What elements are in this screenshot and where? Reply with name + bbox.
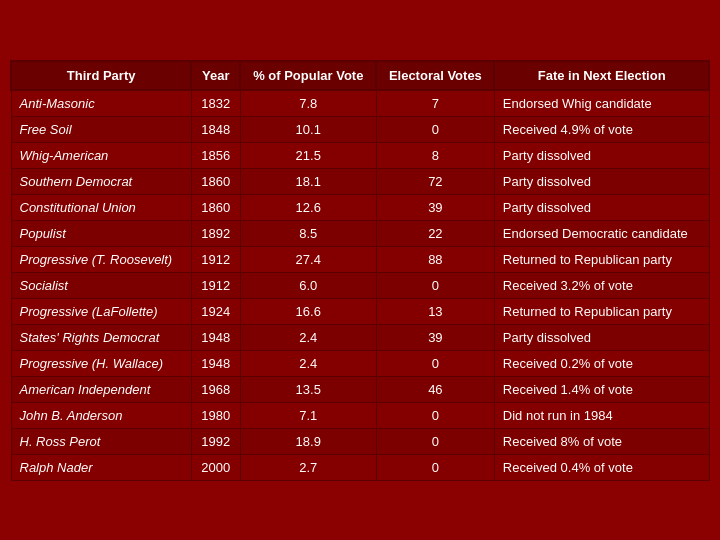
- table-row: H. Ross Perot199218.90Received 8% of vot…: [11, 428, 709, 454]
- table-row: Progressive (H. Wallace)19482.40Received…: [11, 350, 709, 376]
- table-wrapper: Third Party Year % of Popular Vote Elect…: [0, 50, 720, 491]
- electoral-votes-cell: 0: [376, 402, 494, 428]
- year-cell: 2000: [191, 454, 240, 480]
- year-cell: 1980: [191, 402, 240, 428]
- col-header-fate: Fate in Next Election: [494, 61, 709, 90]
- popular-vote-cell: 18.9: [240, 428, 376, 454]
- table-row: Constitutional Union186012.639Party diss…: [11, 194, 709, 220]
- popular-vote-cell: 7.1: [240, 402, 376, 428]
- party-name-cell: Socialist: [11, 272, 191, 298]
- year-cell: 1912: [191, 272, 240, 298]
- electoral-votes-cell: 46: [376, 376, 494, 402]
- year-cell: 1832: [191, 90, 240, 117]
- party-name-cell: John B. Anderson: [11, 402, 191, 428]
- table-row: Progressive (T. Roosevelt)191227.488Retu…: [11, 246, 709, 272]
- col-header-popular-vote: % of Popular Vote: [240, 61, 376, 90]
- electoral-votes-cell: 8: [376, 142, 494, 168]
- party-name-cell: American Independent: [11, 376, 191, 402]
- electoral-votes-cell: 0: [376, 350, 494, 376]
- party-name-cell: Whig-American: [11, 142, 191, 168]
- electoral-votes-cell: 7: [376, 90, 494, 117]
- party-name-cell: Constitutional Union: [11, 194, 191, 220]
- electoral-votes-cell: 88: [376, 246, 494, 272]
- electoral-votes-cell: 0: [376, 428, 494, 454]
- table-row: Populist18928.522Endorsed Democratic can…: [11, 220, 709, 246]
- year-cell: 1912: [191, 246, 240, 272]
- table-row: John B. Anderson19807.10Did not run in 1…: [11, 402, 709, 428]
- table-row: Socialist19126.00Received 3.2% of vote: [11, 272, 709, 298]
- fate-cell: Received 8% of vote: [494, 428, 709, 454]
- fate-cell: Did not run in 1984: [494, 402, 709, 428]
- popular-vote-cell: 13.5: [240, 376, 376, 402]
- electoral-votes-cell: 39: [376, 324, 494, 350]
- party-name-cell: Progressive (T. Roosevelt): [11, 246, 191, 272]
- table-row: States' Rights Democrat19482.439Party di…: [11, 324, 709, 350]
- fate-cell: Received 0.4% of vote: [494, 454, 709, 480]
- header-row: Third Party Year % of Popular Vote Elect…: [11, 61, 709, 90]
- popular-vote-cell: 18.1: [240, 168, 376, 194]
- party-name-cell: Progressive (H. Wallace): [11, 350, 191, 376]
- party-name-cell: Populist: [11, 220, 191, 246]
- electoral-votes-cell: 0: [376, 116, 494, 142]
- fate-cell: Party dissolved: [494, 168, 709, 194]
- party-name-cell: Progressive (LaFollette): [11, 298, 191, 324]
- popular-vote-cell: 6.0: [240, 272, 376, 298]
- electoral-votes-cell: 39: [376, 194, 494, 220]
- col-header-party: Third Party: [11, 61, 191, 90]
- col-header-electoral-votes: Electoral Votes: [376, 61, 494, 90]
- fate-cell: Received 0.2% of vote: [494, 350, 709, 376]
- third-party-table: Third Party Year % of Popular Vote Elect…: [10, 60, 710, 481]
- fate-cell: Endorsed Democratic candidate: [494, 220, 709, 246]
- popular-vote-cell: 12.6: [240, 194, 376, 220]
- year-cell: 1948: [191, 350, 240, 376]
- party-name-cell: H. Ross Perot: [11, 428, 191, 454]
- popular-vote-cell: 27.4: [240, 246, 376, 272]
- year-cell: 1948: [191, 324, 240, 350]
- table-body: Anti-Masonic18327.87Endorsed Whig candid…: [11, 90, 709, 481]
- popular-vote-cell: 7.8: [240, 90, 376, 117]
- popular-vote-cell: 16.6: [240, 298, 376, 324]
- table-row: Whig-American185621.58Party dissolved: [11, 142, 709, 168]
- fate-cell: Received 4.9% of vote: [494, 116, 709, 142]
- popular-vote-cell: 10.1: [240, 116, 376, 142]
- party-name-cell: Anti-Masonic: [11, 90, 191, 117]
- table-row: Anti-Masonic18327.87Endorsed Whig candid…: [11, 90, 709, 117]
- fate-cell: Received 3.2% of vote: [494, 272, 709, 298]
- year-cell: 1848: [191, 116, 240, 142]
- year-cell: 1860: [191, 194, 240, 220]
- popular-vote-cell: 2.4: [240, 324, 376, 350]
- electoral-votes-cell: 13: [376, 298, 494, 324]
- table-row: Southern Democrat186018.172Party dissolv…: [11, 168, 709, 194]
- popular-vote-cell: 8.5: [240, 220, 376, 246]
- fate-cell: Endorsed Whig candidate: [494, 90, 709, 117]
- fate-cell: Returned to Republican party: [494, 298, 709, 324]
- popular-vote-cell: 21.5: [240, 142, 376, 168]
- table-row: American Independent196813.546Received 1…: [11, 376, 709, 402]
- party-name-cell: States' Rights Democrat: [11, 324, 191, 350]
- year-cell: 1992: [191, 428, 240, 454]
- fate-cell: Returned to Republican party: [494, 246, 709, 272]
- popular-vote-cell: 2.4: [240, 350, 376, 376]
- year-cell: 1860: [191, 168, 240, 194]
- table-row: Ralph Nader20002.70Received 0.4% of vote: [11, 454, 709, 480]
- popular-vote-cell: 2.7: [240, 454, 376, 480]
- year-cell: 1968: [191, 376, 240, 402]
- year-cell: 1892: [191, 220, 240, 246]
- fate-cell: Party dissolved: [494, 324, 709, 350]
- year-cell: 1856: [191, 142, 240, 168]
- fate-cell: Party dissolved: [494, 194, 709, 220]
- electoral-votes-cell: 0: [376, 272, 494, 298]
- party-name-cell: Ralph Nader: [11, 454, 191, 480]
- electoral-votes-cell: 22: [376, 220, 494, 246]
- fate-cell: Party dissolved: [494, 142, 709, 168]
- year-cell: 1924: [191, 298, 240, 324]
- col-header-year: Year: [191, 61, 240, 90]
- party-name-cell: Free Soil: [11, 116, 191, 142]
- party-name-cell: Southern Democrat: [11, 168, 191, 194]
- table-row: Free Soil184810.10Received 4.9% of vote: [11, 116, 709, 142]
- electoral-votes-cell: 0: [376, 454, 494, 480]
- fate-cell: Received 1.4% of vote: [494, 376, 709, 402]
- electoral-votes-cell: 72: [376, 168, 494, 194]
- table-row: Progressive (LaFollette)192416.613Return…: [11, 298, 709, 324]
